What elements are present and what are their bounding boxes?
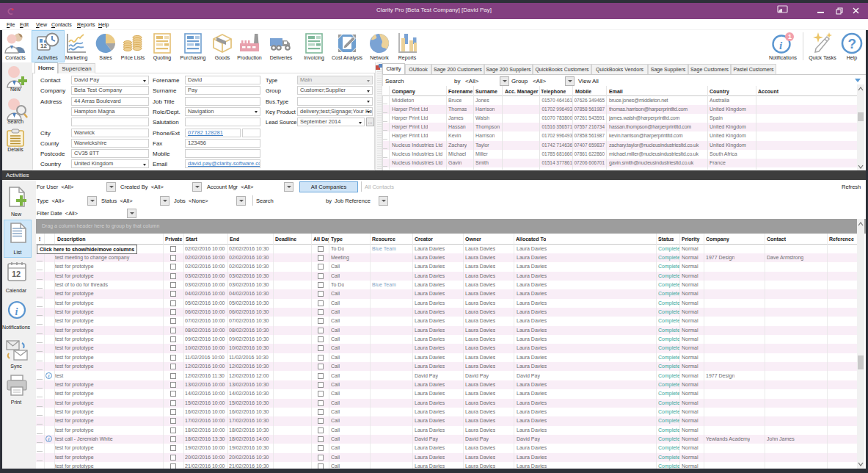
- svg-text:1: 1: [788, 33, 792, 40]
- svg-text:?: ?: [848, 36, 857, 51]
- svg-text:i: i: [15, 306, 18, 317]
- svg-text:12: 12: [12, 270, 21, 278]
- svg-text:12: 12: [40, 43, 47, 49]
